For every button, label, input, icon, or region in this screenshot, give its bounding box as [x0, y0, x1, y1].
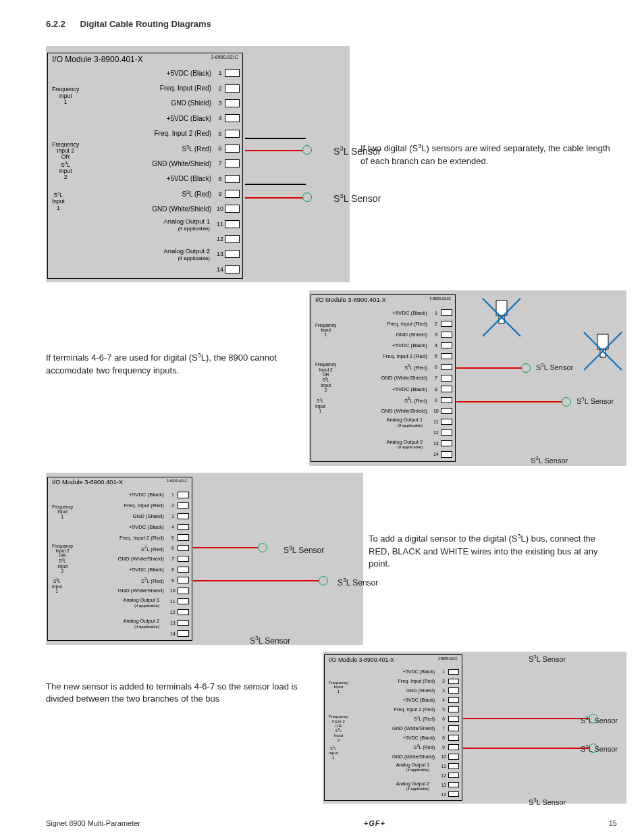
input-group-label: FrequencyInput1 [329, 681, 348, 694]
terminal-number: 3 [215, 100, 225, 107]
terminal-block [441, 364, 452, 370]
sensor-label: S3L Sensor [284, 544, 324, 555]
terminal-row: Freq. Input 2 (Red)5 [48, 126, 242, 140]
terminal-label: Freq. Input 2 (Red) [383, 353, 431, 359]
crossed-sensor-icon [481, 297, 522, 338]
terminal-block [448, 782, 459, 788]
terminal-label: S3L (Red) [141, 545, 168, 552]
diagram-3: I/O Module 3-8900.401-X3-8900.621C+5VDC … [46, 473, 363, 645]
analog-output-label: Analog Output 2(if applicable) [163, 248, 210, 261]
section-heading: 6.2.2 Digital Cable Routing Diagrams [46, 19, 211, 29]
terminal-number: 8 [439, 735, 448, 740]
analog-output-label: Analog Output 1(if applicable) [386, 417, 423, 428]
terminal-number: 5 [215, 130, 225, 137]
terminal-label: +5VDC (Black) [167, 175, 215, 182]
terminal-block [441, 440, 452, 446]
terminal-number: 14 [168, 631, 178, 636]
terminal-block [448, 706, 459, 712]
sensor-label: S3L Sensor [576, 396, 614, 405]
wire-red [245, 197, 306, 199]
terminal-block [448, 697, 459, 703]
terminal-number: 9 [439, 745, 448, 750]
terminal-number: 7 [439, 726, 448, 731]
terminal-number: 13 [215, 251, 225, 257]
terminal-label: GND (White/Shield) [117, 588, 167, 594]
terminal-row: 11 [48, 217, 242, 232]
terminal-block [178, 534, 189, 540]
input-group-label: S3LInput1 [329, 746, 338, 760]
terminal-number: 1 [215, 70, 225, 76]
terminal-label: +5VDC (Black) [129, 524, 168, 530]
terminal-number: 8 [215, 176, 225, 182]
footer-page-number: 15 [609, 819, 617, 827]
terminal-number: 12 [215, 236, 225, 242]
terminal-number: 5 [431, 354, 441, 359]
terminal-row: +5VDC (Black)1 [48, 66, 242, 80]
footer-brand: +GF+ [364, 819, 385, 827]
terminal-number: 2 [431, 321, 441, 326]
terminal-label: GND (Shield) [406, 687, 439, 694]
wire-red [463, 748, 591, 749]
terminal-row: 13 [311, 438, 455, 449]
terminal-block [448, 716, 459, 722]
terminal-block [225, 99, 240, 107]
terminal-number: 4 [431, 343, 441, 348]
terminal-number: 14 [215, 266, 225, 273]
terminal-block [225, 114, 240, 122]
page-footer: Signet 8900 Multi-Parameter +GF+ 15 [46, 819, 617, 827]
terminal-block [178, 577, 189, 583]
terminal-label: GND (White/Shield) [152, 205, 215, 213]
diagram-1: I/O Module 3-8900.401-X3-8900.621C+5VDC … [46, 46, 350, 282]
terminal-row: +5VDC (Black)4 [48, 521, 192, 532]
terminal-row: 13 [48, 246, 242, 261]
terminal-block [441, 353, 452, 359]
terminal-block [178, 513, 189, 519]
terminal-row: GND (White/Shield)10 [48, 585, 192, 596]
diagram-2: I/O Module 3-8900.401-X3-8900.621C+5VDC … [309, 290, 626, 466]
sensor-node [302, 192, 312, 202]
terminal-row: 14 [325, 789, 462, 799]
terminal-number: 9 [215, 190, 225, 197]
footer-product: Signet 8900 Multi-Parameter [46, 819, 140, 827]
analog-output-label: Analog Output 1(if applicable) [123, 598, 159, 608]
terminal-number: 14 [439, 792, 448, 797]
terminal-row: 14 [48, 628, 192, 639]
terminal-number: 1 [168, 492, 178, 497]
wire-red [193, 547, 261, 548]
terminal-number: 7 [431, 375, 441, 380]
terminal-number: 14 [431, 452, 441, 457]
terminal-label: S3L (Red) [182, 145, 215, 153]
input-group-label: FrequencyInput1 [315, 323, 336, 338]
module-partno: 3-8900.621C [211, 55, 238, 59]
terminal-number: 13 [431, 441, 441, 446]
terminal-block [448, 669, 459, 675]
terminal-row: +5VDC (Black)4 [48, 111, 242, 126]
terminal-row: 12 [325, 771, 462, 780]
terminal-label: S3L (Red) [141, 577, 168, 584]
terminal-row: 14 [311, 449, 455, 460]
terminal-block [225, 190, 240, 198]
terminal-number: 3 [439, 688, 448, 693]
input-group-label: S3LInput1 [52, 191, 65, 211]
terminal-block [441, 321, 452, 327]
terminal-block [441, 429, 452, 436]
terminal-label: +5VDC (Black) [392, 342, 431, 348]
section-number: 6.2.2 [46, 19, 65, 29]
terminal-block [225, 145, 240, 153]
terminal-row: 12 [48, 607, 192, 618]
terminal-number: 10 [168, 588, 178, 593]
terminal-block [448, 763, 459, 769]
terminal-number: 2 [215, 85, 225, 92]
section-title: Digital Cable Routing Diagrams [80, 19, 211, 29]
terminal-number: 6 [168, 546, 178, 550]
input-group-label: FrequencyInput 2ORS3LInput2 [329, 714, 348, 742]
terminal-number: 1 [439, 669, 448, 674]
input-group-label: FrequencyInput1 [52, 86, 79, 105]
terminal-number: 11 [215, 221, 225, 228]
terminal-block [448, 773, 459, 779]
terminal-number: 8 [168, 567, 178, 572]
module-partno: 3-8900.621C [429, 296, 451, 301]
terminal-label: GND (White/Shield) [381, 375, 431, 381]
terminal-row: +5VDC (Black)1 [311, 307, 455, 318]
terminal-row: Freq. Input 2 (Red)5 [48, 532, 192, 543]
